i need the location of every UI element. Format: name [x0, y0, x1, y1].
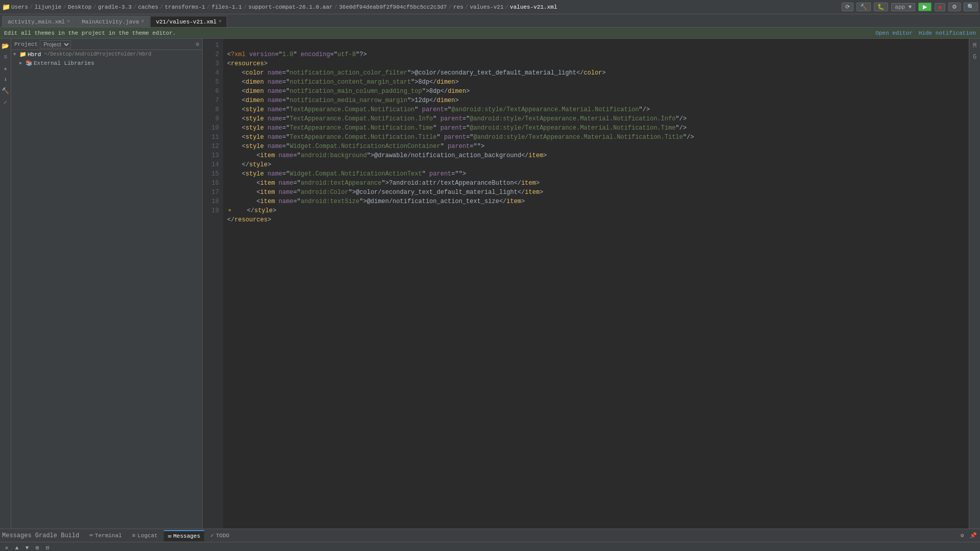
- bc-res[interactable]: res: [453, 4, 463, 10]
- tree-arrow: ▶: [19, 60, 24, 66]
- main-layout: 📂 ≡ ★ ⬇ 🔨 ✓ Project Project ⚙ ▼ 📁 Hbrd ~…: [0, 39, 980, 529]
- tree-label: External Libraries: [34, 60, 94, 66]
- tab-values-v21[interactable]: v21/values-v21.xml ×: [150, 16, 227, 27]
- tree-label: Hbrd: [28, 52, 41, 58]
- expand-btn[interactable]: ⊞: [33, 543, 42, 552]
- panel-header: Project Project ⚙: [11, 39, 202, 50]
- tab-logcat[interactable]: ≡ Logcat: [128, 530, 162, 541]
- folder-icon: 📁: [19, 51, 27, 58]
- pin-btn[interactable]: 📌: [969, 531, 978, 540]
- search-btn[interactable]: 🔍: [964, 3, 978, 11]
- right-icon-maven[interactable]: M: [970, 41, 980, 51]
- tab-todo[interactable]: ✓ TODO: [206, 530, 233, 541]
- bc-hash[interactable]: 36e0df94deab9f2f904cf5bc5cc2c3d7: [339, 4, 447, 10]
- notification-text: Edit all themes in the project in the th…: [4, 30, 176, 36]
- close-tab-icon[interactable]: ×: [141, 19, 144, 24]
- top-toolbar: 📁 Users / lijunjie / Desktop / gradle-3.…: [0, 0, 980, 14]
- project-selector[interactable]: Project: [40, 40, 71, 48]
- tree-path: ~/Desktop/AndroidProjectFolder/Hbrd: [44, 52, 151, 57]
- messages-icon: ✉: [168, 533, 172, 539]
- tab-label: v21/values-v21.xml: [156, 19, 216, 25]
- tab-mainactivity[interactable]: MainActivity.java ×: [76, 16, 150, 27]
- logcat-icon: ≡: [132, 533, 136, 539]
- toolbar-right: ⟳ 🔨 🐛 app ▼ ▶ ■ ⚙ 🔍: [842, 3, 978, 11]
- structure-icon[interactable]: ≡: [1, 52, 11, 62]
- panel-title: Project: [14, 41, 38, 47]
- left-icons: 📂 ≡ ★ ⬇ 🔨 ✓: [0, 39, 11, 529]
- collapse-btn[interactable]: ⊟: [43, 543, 52, 552]
- tab-label: Terminal: [95, 533, 122, 539]
- toolbar-icon-folder[interactable]: 📁: [2, 3, 10, 11]
- terminal-icon: ⌨: [89, 532, 93, 539]
- tree-item-hbrd[interactable]: ▼ 📁 Hbrd ~/Desktop/AndroidProjectFolder/…: [11, 50, 202, 59]
- sync-btn[interactable]: ⟳: [842, 3, 853, 11]
- bottom-area: Messages Gradle Build ⌨ Terminal ≡ Logca…: [0, 529, 980, 551]
- breadcrumb: Users / lijunjie / Desktop / gradle-3.3 …: [11, 4, 557, 10]
- close-tab-icon[interactable]: ×: [218, 19, 222, 24]
- tab-label: activity_main.xml: [8, 19, 65, 25]
- tab-label: Messages: [174, 533, 201, 539]
- project-icon[interactable]: 📂: [1, 41, 11, 51]
- project-tree: ▼ 📁 Hbrd ~/Desktop/AndroidProjectFolder/…: [11, 50, 202, 529]
- left-sidebar: Project Project ⚙ ▼ 📁 Hbrd ~/Desktop/And…: [11, 39, 203, 529]
- bc-desktop[interactable]: Desktop: [68, 4, 91, 10]
- editor-area: 1 2 3 4 5 6 7 8 9 10 11 12 13 14 15 16 1…: [203, 39, 969, 529]
- tab-messages[interactable]: ✉ Messages: [164, 530, 204, 541]
- debug-btn[interactable]: 🐛: [874, 3, 888, 11]
- code-editor[interactable]: 1 2 3 4 5 6 7 8 9 10 11 12 13 14 15 16 1…: [203, 39, 969, 529]
- favorites-icon[interactable]: ★: [1, 63, 11, 73]
- bc-caches[interactable]: caches: [138, 4, 159, 10]
- todo-icon[interactable]: ✓: [1, 97, 11, 107]
- right-icons: M G: [969, 39, 980, 529]
- bc-file[interactable]: values-v21.xml: [510, 4, 557, 10]
- tree-arrow: ▼: [13, 52, 18, 57]
- build-icon[interactable]: 🔨: [1, 86, 11, 96]
- code-content[interactable]: <?xml version="1.0" encoding="utf-8"?> <…: [223, 39, 969, 529]
- build-btn[interactable]: 🔨: [856, 3, 871, 11]
- tab-label: Logcat: [137, 533, 158, 539]
- right-icon-gradle[interactable]: G: [970, 52, 980, 62]
- tab-label: TODO: [216, 533, 229, 539]
- messages-tab-bar: Messages Gradle Build ⌨ Terminal ≡ Logca…: [0, 529, 980, 542]
- close-tab-icon[interactable]: ×: [67, 19, 70, 24]
- tab-label: MainActivity.java: [82, 19, 139, 25]
- tab-activity-main[interactable]: activity_main.xml ×: [2, 16, 76, 27]
- todo-icon: ✓: [210, 532, 214, 539]
- line-numbers: 1 2 3 4 5 6 7 8 9 10 11 12 13 14 15 16 1…: [203, 39, 223, 529]
- bc-users[interactable]: Users: [11, 4, 28, 10]
- bc-values-v21[interactable]: values-v21: [470, 4, 503, 10]
- bc-files[interactable]: files-1.1: [212, 4, 242, 10]
- bc-aar[interactable]: support-compat-26.1.0.aar: [249, 4, 333, 10]
- tab-terminal[interactable]: ⌨ Terminal: [85, 530, 126, 541]
- run-button[interactable]: ▶: [918, 3, 932, 11]
- bc-lijunjie[interactable]: lijunjie: [35, 4, 62, 10]
- messages-panel-toolbar: ✕ ▲ ▼ ⊞ ⊟: [0, 542, 980, 551]
- stop-btn[interactable]: ■: [935, 3, 945, 11]
- folder-icon: 📚: [26, 60, 33, 66]
- tree-item-external[interactable]: ▶ 📚 External Libraries: [11, 59, 202, 67]
- bc-gradle[interactable]: gradle-3.3: [98, 4, 132, 10]
- file-tabs: activity_main.xml × MainActivity.java × …: [0, 14, 980, 28]
- open-editor-link[interactable]: Open editor: [875, 30, 913, 36]
- settings-btn[interactable]: ⚙: [958, 531, 967, 540]
- settings-btn[interactable]: ⚙: [948, 3, 961, 11]
- bc-transforms[interactable]: transforms-1: [165, 4, 205, 10]
- notification-bar: Edit all themes in the project in the th…: [0, 28, 980, 39]
- messages-title: Messages Gradle Build: [2, 532, 79, 539]
- app-selector[interactable]: app ▼: [891, 3, 915, 11]
- gear-icon[interactable]: ⚙: [195, 41, 199, 47]
- hide-notification-link[interactable]: Hide notification: [919, 30, 976, 36]
- scroll-down-btn[interactable]: ▼: [22, 543, 32, 552]
- captures-icon[interactable]: ⬇: [1, 74, 11, 85]
- clear-btn[interactable]: ✕: [2, 543, 11, 552]
- scroll-up-btn[interactable]: ▲: [12, 543, 21, 552]
